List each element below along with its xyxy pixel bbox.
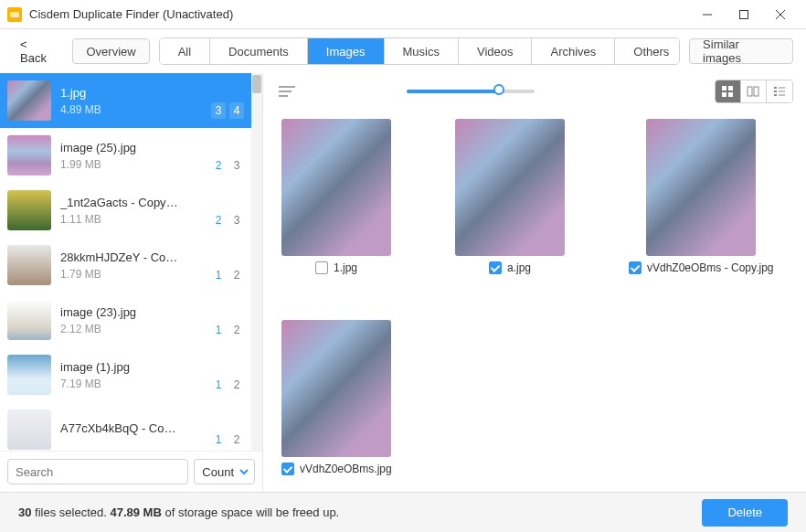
thumbnail [646,119,756,256]
list-item[interactable]: image (23).jpg 2.12 MB 12 [0,293,262,347]
svg-rect-15 [774,87,777,89]
scrollbar-thumb[interactable] [252,75,261,93]
view-mode-group [715,80,793,103]
status-text: 30 files selected. 47.89 MB of storage s… [18,505,339,519]
sidebar-list: 1.jpg 4.89 MB 34 image (25).jpg 1.99 MB … [0,73,262,451]
duplicate-counts: 12 [211,377,244,393]
select-checkbox[interactable] [281,463,294,475]
grid-item[interactable]: vVdhZ0eOBms - Copy.jpg [629,119,774,274]
list-item[interactable]: 28kkmHJDZeY - Copy.j... 1.79 MB 12 [0,238,262,293]
svg-rect-14 [754,87,758,96]
minimize-button[interactable] [689,4,726,26]
file-name: vVdhZ0eOBms - Copy.jpg [647,261,774,274]
thumbnail [281,320,391,457]
toolbar: < Back Overview AllDocumentsImagesMusics… [0,29,806,73]
filter-documents[interactable]: Documents [210,38,308,64]
thumbnail-grid: 1.jpg a.jpg vVdhZ0eOBms - Copy.jpg vVdhZ… [263,110,806,492]
thumbnail [7,190,51,230]
sort-select-label: Count [202,465,234,479]
compare-view-button[interactable] [741,80,767,102]
file-name: a.jpg [507,261,531,274]
content-area: 1.jpg a.jpg vVdhZ0eOBms - Copy.jpg vVdhZ… [263,73,806,492]
grid-item[interactable]: vVdhZ0eOBms.jpg [281,320,392,475]
duplicate-counts: 12 [211,431,244,448]
thumbnail-size-slider[interactable] [407,90,535,93]
delete-button[interactable]: Delete [702,499,788,527]
list-icon [773,85,786,98]
compare-icon [747,85,759,98]
overview-button[interactable]: Overview [72,38,149,64]
filter-all[interactable]: All [160,38,210,64]
duplicate-counts: 23 [211,212,244,229]
back-button[interactable]: < Back [13,32,63,70]
app-icon [7,7,22,22]
filter-archives[interactable]: Archives [532,38,615,64]
sort-select[interactable]: Count [194,459,255,484]
thumbnail [7,355,51,395]
svg-rect-19 [774,94,777,96]
file-name: vVdhZ0eOBms.jpg [300,463,392,475]
hamburger-icon [279,85,295,98]
select-checkbox[interactable] [315,261,328,274]
select-checkbox[interactable] [489,261,502,274]
svg-rect-3 [740,10,748,18]
maximize-button[interactable] [726,4,762,26]
thumbnail [7,300,51,340]
statusbar: 30 files selected. 47.89 MB of storage s… [0,492,806,532]
file-name: 28kkmHJDZeY - Copy.j... [60,250,179,264]
list-view-button[interactable] [767,80,792,102]
file-name: 1.jpg [334,261,357,274]
filter-musics[interactable]: Musics [385,38,459,64]
svg-rect-11 [722,92,726,97]
sidebar: 1.jpg 4.89 MB 34 image (25).jpg 1.99 MB … [0,73,263,492]
file-name: image (1).jpg [60,360,179,374]
file-name: image (23).jpg [60,305,179,319]
titlebar: Cisdem Duplicate Finder (Unactivated) [0,0,806,29]
scrollbar[interactable] [251,73,262,451]
list-item[interactable]: A77cXb4kBqQ - Copy.j... 12 [0,402,262,451]
thumbnail [7,80,51,121]
filter-images[interactable]: Images [308,38,385,64]
thumbnail [7,135,51,176]
chevron-down-icon [239,466,249,477]
duplicate-counts: 23 [211,157,244,174]
svg-rect-10 [728,86,733,90]
main-area: 1.jpg 4.89 MB 34 image (25).jpg 1.99 MB … [0,73,806,492]
thumbnail [455,119,565,256]
slider-thumb[interactable] [493,84,504,95]
list-item[interactable]: 1.jpg 4.89 MB 34 [0,73,262,128]
filter-videos[interactable]: Videos [459,38,533,64]
file-name: _1nt2aGacts - Copy (2)... [60,196,179,209]
grid-view-button[interactable] [716,80,741,102]
window-title: Cisdem Duplicate Finder (Unactivated) [29,7,689,21]
svg-rect-9 [722,86,726,90]
thumbnail [7,410,51,450]
close-button[interactable] [762,4,799,26]
grid-item[interactable]: a.jpg [455,119,565,274]
file-name: image (25).jpg [60,141,179,154]
content-toolbar [263,73,806,110]
svg-rect-13 [748,87,752,96]
list-options-icon[interactable] [276,82,298,101]
svg-rect-17 [774,90,777,92]
duplicate-counts: 12 [211,322,244,338]
select-checkbox[interactable] [629,261,642,274]
duplicate-counts: 12 [211,267,244,283]
list-item[interactable]: image (25).jpg 1.99 MB 23 [0,128,262,183]
svg-rect-1 [10,12,19,17]
search-input[interactable] [7,459,188,484]
filter-others[interactable]: Others [615,38,680,64]
grid-item[interactable]: 1.jpg [281,119,391,274]
file-name: A77cXb4kBqQ - Copy.j... [60,421,179,435]
duplicate-counts: 34 [211,102,244,119]
thumbnail [7,245,51,285]
thumbnail [281,119,391,256]
list-item[interactable]: image (1).jpg 7.19 MB 12 [0,347,262,402]
list-item[interactable]: _1nt2aGacts - Copy (2)... 1.11 MB 23 [0,183,262,238]
filter-tabs: AllDocumentsImagesMusicsVideosArchivesOt… [159,37,680,65]
grid-icon [721,85,734,98]
svg-rect-12 [728,92,733,97]
similar-images-button[interactable]: Similar images [689,38,793,64]
file-name: 1.jpg [60,86,179,100]
